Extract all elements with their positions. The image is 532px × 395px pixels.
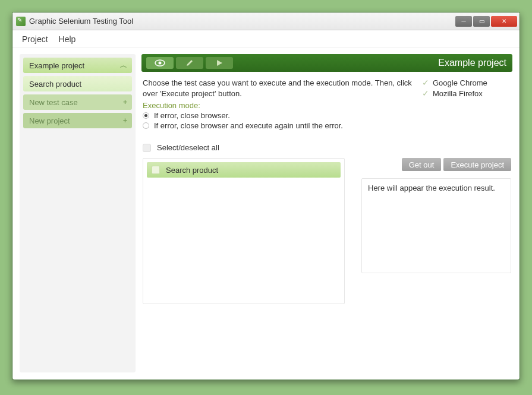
checkbox-icon (152, 166, 160, 174)
pencil-icon (185, 59, 194, 67)
execute-button[interactable]: Execute project (443, 158, 511, 171)
check-icon: ✓ (422, 78, 429, 87)
radio-label: If error, close browser. (154, 111, 230, 120)
browser-label: Google Chrome (433, 78, 487, 87)
sidebar-item-label: New project (29, 116, 70, 125)
eye-icon (155, 59, 165, 67)
play-icon (216, 59, 223, 67)
sidebar-item-testcase[interactable]: Search product (23, 76, 132, 91)
radio-icon (143, 122, 149, 129)
main-header: Example project (141, 54, 512, 72)
menubar: Project Help (12, 30, 520, 48)
maximize-button[interactable]: ▭ (473, 16, 490, 27)
testcase-item[interactable]: Search product (147, 162, 341, 178)
menu-project[interactable]: Project (22, 34, 48, 44)
select-all-label: Select/deselect all (157, 143, 219, 152)
view-button[interactable] (146, 57, 174, 69)
browser-label: Mozilla Firefox (433, 89, 483, 98)
sidebar-item-label: New test case (29, 98, 78, 107)
sidebar-item-new-testcase[interactable]: New test case + (23, 94, 132, 110)
header-title: Example project (235, 58, 506, 68)
getout-button[interactable]: Get out (402, 158, 442, 171)
chevron-up-icon: ︿ (120, 61, 127, 71)
select-all-row[interactable]: Select/deselect all (143, 143, 511, 152)
check-icon: ✓ (422, 89, 429, 98)
result-box: Here will appear the execution result. (361, 178, 511, 273)
browser-chrome[interactable]: ✓ Google Chrome (422, 78, 511, 87)
sidebar: Example project ︿ Search product New tes… (20, 54, 136, 372)
radio-option-close[interactable]: If error, close browser. (143, 111, 413, 120)
browser-list: ✓ Google Chrome ✓ Mozilla Firefox (422, 78, 511, 130)
execution-mode-label: Execution mode: (143, 101, 413, 110)
sidebar-item-project[interactable]: Example project ︿ (23, 58, 132, 73)
svg-point-1 (159, 62, 162, 65)
browser-firefox[interactable]: ✓ Mozilla Firefox (422, 89, 511, 98)
app-icon (16, 17, 26, 26)
titlebar[interactable]: Graphic Selenium Testing Tool ─ ▭ ✕ (12, 12, 520, 30)
checkbox-icon (143, 144, 151, 152)
app-window: Graphic Selenium Testing Tool ─ ▭ ✕ Proj… (12, 12, 520, 380)
sidebar-item-label: Example project (29, 61, 84, 70)
sidebar-item-label: Search product (29, 80, 81, 89)
radio-label: If error, close browser and execute agai… (154, 121, 343, 130)
radio-icon (143, 112, 149, 119)
minimize-button[interactable]: ─ (455, 16, 472, 27)
run-button[interactable] (206, 57, 233, 69)
testcase-list: Search product (143, 158, 345, 304)
close-button[interactable]: ✕ (491, 16, 517, 27)
window-title: Graphic Selenium Testing Tool (29, 17, 455, 26)
testcase-label: Search product (166, 166, 218, 175)
edit-button[interactable] (176, 57, 203, 69)
menu-help[interactable]: Help (59, 34, 76, 44)
instructions-text: Choose the test case you want to execute… (143, 78, 413, 99)
plus-icon: + (123, 116, 127, 125)
plus-icon: + (123, 98, 127, 106)
main-panel: Example project Choose the test case you… (141, 54, 512, 372)
radio-option-retry[interactable]: If error, close browser and execute agai… (143, 121, 413, 130)
sidebar-item-new-project[interactable]: New project + (23, 113, 132, 128)
